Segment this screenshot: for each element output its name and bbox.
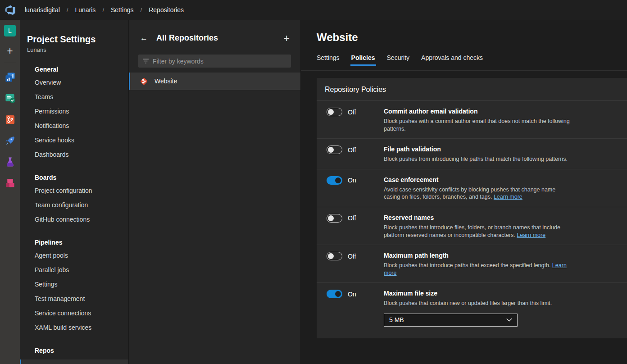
sidebar-item-teams[interactable]: Teams (20, 90, 128, 104)
learn-more-link[interactable]: Learn more (494, 194, 522, 200)
repos-icon[interactable] (4, 113, 16, 126)
breadcrumb: lunarisdigital/Lunaris/Settings/Reposito… (25, 6, 184, 14)
toggle-knob (328, 253, 334, 259)
sidebar-item-overview[interactable]: Overview (20, 75, 128, 90)
sidebar-item-notifications[interactable]: Notifications (20, 118, 128, 133)
sidebar-item-project-configuration[interactable]: Project configuration (20, 183, 128, 198)
toggle-wrap: On (327, 290, 384, 298)
policy-text: Maximum file sizeBlock pushes that conta… (384, 289, 573, 327)
tab-approvals-and-checks[interactable]: Approvals and checks (421, 54, 483, 65)
policy-row-case-enforcement: OnCase enforcementAvoid case-sensitivity… (317, 169, 627, 207)
tab-divider (301, 70, 627, 71)
tab-settings[interactable]: Settings (317, 54, 340, 65)
sidebar-item-service-hooks[interactable]: Service hooks (20, 133, 128, 147)
sidebar-title: Project Settings (27, 33, 128, 45)
rail-icons (4, 62, 16, 189)
artifacts-icon[interactable] (4, 177, 16, 189)
toggle-reserved-names[interactable] (327, 214, 342, 223)
toggle-maximum-path-length[interactable] (327, 252, 342, 260)
chevron-down-icon (506, 318, 512, 322)
policy-title: File path validation (384, 145, 573, 153)
toggle-wrap: Off (327, 214, 384, 223)
git-repo-icon (139, 77, 149, 86)
policy-row-reserved-names: OffReserved namesBlock pushes that intro… (317, 207, 627, 245)
max-file-size-dropdown[interactable]: 5 MB (384, 314, 518, 327)
repositories-panel-title: All Repositories (156, 33, 284, 43)
policy-list: OffCommit author email validationBlock p… (317, 101, 627, 338)
sidebar-item-dashboards[interactable]: Dashboards (20, 147, 128, 162)
breadcrumb-item-settings[interactable]: Settings (111, 6, 134, 14)
policy-text: Reserved namesBlock pushes that introduc… (384, 214, 573, 239)
toggle-knob (335, 177, 341, 183)
sidebar-item-agent-pools[interactable]: Agent pools (20, 248, 128, 263)
tab-policies[interactable]: Policies (351, 54, 375, 65)
sidebar-item-team-configuration[interactable]: Team configuration (20, 198, 128, 212)
toggle-file-path-validation[interactable] (327, 146, 342, 154)
dropdown-value: 5 MB (389, 316, 404, 323)
left-rail: L + (0, 20, 20, 364)
tabbar: SettingsPoliciesSecurityApprovals and ch… (317, 54, 627, 65)
app-body: L + Project Settings Lunaris GeneralOver… (0, 20, 627, 364)
repo-filter-input[interactable] (153, 58, 286, 65)
sidebar-item-settings[interactable]: Settings (20, 277, 128, 291)
add-project-item-icon[interactable]: + (7, 46, 13, 56)
policy-title: Maximum file size (384, 289, 573, 297)
breadcrumb-item-repositories[interactable]: Repositories (149, 6, 184, 14)
add-repository-icon[interactable]: + (284, 34, 290, 43)
policy-text: File path validationBlock pushes from in… (384, 145, 573, 163)
tab-security[interactable]: Security (387, 54, 410, 65)
boards-icon[interactable] (4, 92, 16, 105)
policy-text: Commit author email validationBlock push… (384, 107, 573, 132)
sidebar-section-boards: Boards (35, 173, 128, 182)
policy-title: Commit author email validation (384, 107, 573, 115)
repositories-panel: ← All Repositories + Website (128, 20, 301, 364)
sidebar-subtitle: Lunaris (27, 46, 128, 54)
toggle-maximum-file-size[interactable] (327, 290, 342, 298)
policy-description: Block pushes from introducing file paths… (384, 155, 573, 163)
toggle-state-label: On (348, 177, 356, 184)
toggle-wrap: Off (327, 146, 384, 154)
back-arrow-icon[interactable]: ← (140, 34, 148, 43)
pipelines-icon[interactable] (4, 134, 16, 147)
repo-filter-box (138, 55, 291, 68)
toggle-knob (335, 291, 341, 297)
policy-description: Block pushes that introduce paths that e… (384, 262, 573, 277)
toggle-case-enforcement[interactable] (327, 176, 342, 185)
sidebar-item-repositories-partial[interactable] (20, 359, 128, 364)
policy-row-maximum-file-size: OnMaximum file sizeBlock pushes that con… (317, 283, 627, 338)
sidebar-item-test-management[interactable]: Test management (20, 291, 128, 306)
sidebar-nav: GeneralOverviewTeamsPermissionsNotificat… (20, 65, 128, 355)
toggle-state-label: Off (348, 109, 356, 116)
azure-devops-logo-icon[interactable] (0, 5, 21, 15)
toggle-commit-author-email-validation[interactable] (327, 108, 342, 116)
policy-title: Maximum path length (384, 251, 573, 259)
sidebar-section-general: General (35, 65, 128, 73)
toggle-knob (328, 147, 334, 153)
sidebar-item-service-connections[interactable]: Service connections (20, 306, 128, 320)
test-plans-icon[interactable] (4, 155, 16, 168)
project-avatar[interactable]: L (4, 25, 16, 36)
overview-icon[interactable] (4, 71, 16, 83)
sidebar-item-github-connections[interactable]: GitHub connections (20, 212, 128, 227)
toggle-knob (328, 215, 334, 221)
breadcrumb-separator: / (141, 7, 142, 14)
learn-more-link[interactable]: Learn more (517, 232, 545, 238)
policy-title: Case enforcement (384, 176, 573, 184)
sidebar-item-parallel-jobs[interactable]: Parallel jobs (20, 263, 128, 277)
sidebar-item-permissions[interactable]: Permissions (20, 104, 128, 118)
repository-policies-card: Repository Policies OffCommit author ema… (317, 78, 627, 338)
policy-description: Block pushes that introduce files, folde… (384, 224, 573, 239)
top-bar: lunarisdigital/Lunaris/Settings/Reposito… (0, 0, 627, 20)
breadcrumb-separator: / (67, 7, 68, 14)
breadcrumb-item-lunarisdigital[interactable]: lunarisdigital (25, 6, 60, 14)
breadcrumb-item-lunaris[interactable]: Lunaris (75, 6, 95, 14)
main-content: Website SettingsPoliciesSecurityApproval… (301, 20, 627, 364)
policy-text: Maximum path lengthBlock pushes that int… (384, 251, 573, 277)
learn-more-link[interactable]: Learn more (384, 262, 567, 276)
policy-text: Case enforcementAvoid case-sensitivity c… (384, 176, 573, 201)
repo-item-website[interactable]: Website (129, 73, 300, 90)
card-title: Repository Policies (317, 78, 627, 101)
policy-title: Reserved names (384, 214, 573, 222)
sidebar-item-xaml-build-services[interactable]: XAML build services (20, 320, 128, 335)
page-title: Website (317, 31, 627, 44)
